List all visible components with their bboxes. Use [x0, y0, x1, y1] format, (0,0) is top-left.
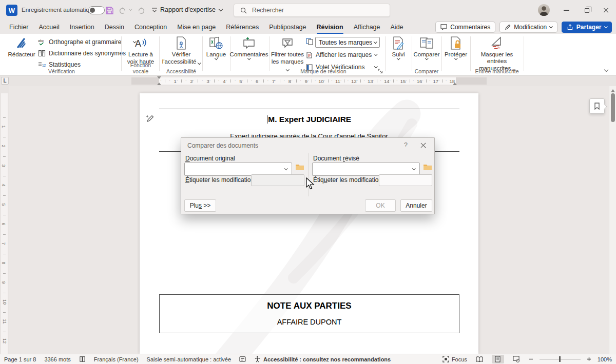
bookmark-flyout-button[interactable]: [589, 98, 605, 114]
save-icon[interactable]: [104, 5, 115, 15]
ok-button[interactable]: OK: [365, 199, 396, 212]
language-indicator[interactable]: Français (France): [94, 356, 139, 362]
revised-browse-folder-icon[interactable]: [423, 164, 433, 172]
markup-view-chevron-icon: [374, 40, 377, 43]
doc-heading[interactable]: M. Expert JUDICIAIRE: [140, 115, 478, 124]
group-ink-label: Entrée manuscrite: [472, 68, 522, 74]
redacteur-button[interactable]: Rédacteur: [7, 35, 36, 58]
filter-markup-button[interactable]: Filtrer toutes les marques: [271, 35, 304, 72]
print-layout-button[interactable]: [492, 355, 504, 363]
note-aux-parties-box[interactable]: NOTE AUX PARTIES AFFAIRE DUPONT: [159, 294, 459, 333]
editing-mode-chevron-icon: [549, 25, 552, 28]
search-input[interactable]: Rechercher: [234, 4, 390, 17]
protect-icon: [449, 35, 463, 51]
restore-button[interactable]: [576, 0, 598, 21]
customize-quick-access-icon[interactable]: [149, 5, 160, 15]
track-changes-button[interactable]: Suivi: [387, 35, 410, 59]
zoom-level[interactable]: 100%: [598, 356, 612, 362]
svg-text:abc: abc: [38, 39, 44, 43]
autocomplete-indicator[interactable]: Saisie semi-automatique : activée: [147, 356, 231, 362]
scrollbar-thumb[interactable]: [611, 93, 615, 122]
doc-heading-text: M. Expert JUDICIAIRE: [268, 115, 351, 124]
tab-révision[interactable]: Révision: [312, 22, 349, 33]
tab-selector[interactable]: L: [1, 77, 9, 85]
autosave-label: Enregistrement automatique: [22, 7, 95, 13]
compare-button[interactable]: Comparer: [414, 35, 439, 59]
minimize-button[interactable]: [555, 0, 577, 21]
original-select-chevron-icon: [284, 167, 287, 170]
tab-dessin[interactable]: Dessin: [100, 22, 129, 33]
share-button[interactable]: Partager: [562, 22, 612, 33]
accessibility-checker-icon: [175, 35, 187, 51]
more-button[interactable]: Plus >>: [184, 199, 216, 212]
tab-affichage[interactable]: Affichage: [349, 22, 386, 33]
language-chevron-icon: [215, 56, 218, 59]
thesaurus-button[interactable]: Dictionnaire des synonymes: [38, 48, 126, 58]
hanging-indent-marker[interactable]: [157, 80, 161, 85]
accessibility-status[interactable]: Accessibilité : consultez nos recommanda…: [254, 356, 391, 362]
read-aloud-button[interactable]: A Lecture à voix haute: [124, 35, 157, 65]
read-aloud-label-1: Lecture à: [128, 51, 153, 58]
close-button[interactable]: [595, 0, 616, 21]
cancel-button[interactable]: Annuler: [400, 199, 432, 212]
language-button[interactable]: Langue: [204, 35, 228, 59]
zoom-slider[interactable]: [540, 359, 581, 359]
tab-conception[interactable]: Conception: [129, 22, 172, 33]
compare-documents-dialog[interactable]: Comparer des documents ? Document origin…: [181, 137, 435, 214]
autosave-toggle[interactable]: [88, 6, 105, 14]
original-tag-input[interactable]: [251, 174, 304, 186]
check-accessibility-button[interactable]: Vérifier l'accessibilité: [161, 35, 201, 65]
group-voice-label: Fonction vocale: [123, 62, 158, 74]
comments-button-label: Commentaires: [450, 24, 490, 31]
vertical-ruler[interactable]: 123456789101112: [0, 86, 9, 354]
focus-mode-button[interactable]: Focus: [442, 356, 467, 362]
hide-ink-button[interactable]: Masquer les entrées manuscrites: [472, 35, 522, 72]
original-browse-folder-icon[interactable]: [295, 164, 305, 172]
show-markup-button[interactable]: Afficher les marques: [306, 50, 377, 60]
dialog-help-button[interactable]: ?: [404, 141, 408, 149]
vertical-scrollbar[interactable]: [609, 86, 616, 354]
revised-tag-input[interactable]: [379, 174, 432, 186]
new-comment-button[interactable]: Commentaires: [232, 35, 266, 59]
dialog-close-icon[interactable]: [420, 141, 427, 149]
tab-références[interactable]: Références: [221, 22, 264, 33]
word-window: W Enregistrement automatique Rapport d'e…: [0, 0, 616, 364]
word-count[interactable]: 3366 mots: [44, 356, 70, 362]
tracking-dialog-launcher-icon[interactable]: [378, 69, 383, 74]
proofing-icon[interactable]: [79, 356, 86, 362]
right-indent-marker[interactable]: [453, 80, 457, 85]
tab-publipostage[interactable]: Publipostage: [264, 22, 311, 33]
word-logo-icon[interactable]: W: [6, 5, 17, 16]
editing-mode-button[interactable]: Modification: [499, 22, 557, 33]
document-title[interactable]: Rapport d'expertise: [160, 6, 222, 13]
zoom-slider-thumb[interactable]: [559, 356, 561, 362]
text-predictions-icon[interactable]: [239, 356, 246, 362]
document-page[interactable]: M. Expert JUDICIAIRE Expert judiciaire a…: [140, 93, 478, 354]
tab-fichier[interactable]: Fichier: [4, 22, 34, 33]
compare-icon: [419, 35, 434, 51]
redo-icon[interactable]: [136, 5, 147, 15]
read-mode-button[interactable]: [473, 355, 486, 363]
markup-view-select[interactable]: Toutes les marques: [315, 37, 380, 48]
tab-insertion[interactable]: Insertion: [65, 22, 100, 33]
comments-button[interactable]: Commentaires: [435, 22, 495, 33]
protect-button[interactable]: Protéger: [444, 35, 468, 59]
tab-accueil[interactable]: Accueil: [34, 22, 65, 33]
tab-aide[interactable]: Aide: [386, 22, 409, 33]
h-ruler-right-margin: [456, 77, 487, 85]
share-icon: [567, 24, 573, 30]
avatar[interactable]: [538, 4, 550, 16]
undo-dropdown-icon[interactable]: [129, 7, 132, 10]
horizontal-ruler[interactable]: ··1··2··3··4··5··6··7··8··9··10··11··12·…: [131, 77, 487, 85]
page-indicator[interactable]: Page 1 sur 8: [4, 356, 36, 362]
zoom-in-button[interactable]: [587, 357, 591, 361]
scroll-up-icon[interactable]: [611, 87, 615, 92]
tab-mise-en-page[interactable]: Mise en page: [172, 22, 221, 33]
revised-select-chevron-icon: [412, 167, 415, 170]
collapse-ribbon-icon[interactable]: [604, 68, 608, 72]
pencil-icon: [505, 24, 511, 30]
undo-icon[interactable]: [117, 5, 128, 15]
hide-ink-label-1: Masquer les entrées: [472, 51, 522, 65]
zoom-out-button[interactable]: [529, 357, 533, 361]
web-layout-button[interactable]: [510, 355, 523, 363]
